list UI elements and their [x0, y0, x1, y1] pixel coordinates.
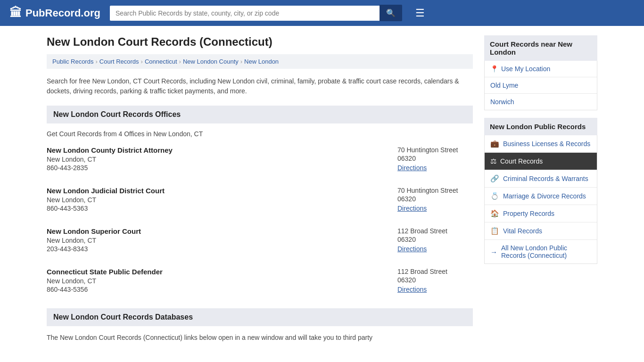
public-records-section-header: New London Public Records: [484, 118, 597, 135]
breadcrumb-court-records[interactable]: Court Records: [99, 58, 139, 65]
office-name: New London Judicial District Court: [47, 187, 369, 195]
page-title: New London Court Records (Connecticut): [47, 35, 473, 49]
link-icon: 🔗: [490, 174, 499, 183]
breadcrumb-public-records[interactable]: Public Records: [52, 58, 93, 65]
sidebar: Court Records near New London 📍 Use My L…: [484, 35, 597, 352]
sidebar-item-court[interactable]: ⚖ Court Records: [485, 153, 597, 170]
office-zip: 06320: [397, 195, 473, 203]
office-name: Connecticut State Public Defender: [47, 268, 369, 276]
sidebar-item-property[interactable]: 🏠 Property Records: [485, 205, 597, 222]
nearby-section: Court Records near New London 📍 Use My L…: [484, 35, 597, 110]
nearby-item[interactable]: Norwich: [485, 94, 597, 110]
house-icon: 🏠: [490, 209, 499, 218]
sidebar-item-marriage[interactable]: 💍 Marriage & Divorce Records: [485, 188, 597, 205]
nearby-section-header: Court Records near New London: [484, 35, 597, 61]
office-city: New London, CT: [47, 156, 369, 163]
main-content: New London Court Records (Connecticut) P…: [47, 35, 473, 352]
office-phone: 860-443-5363: [47, 205, 369, 212]
sidebar-item-business[interactable]: 💼 Business Licenses & Records: [485, 135, 597, 153]
office-phone: 860-443-2835: [47, 164, 369, 172]
breadcrumb-new-london[interactable]: New London: [244, 58, 279, 65]
sidebar-label-court: Court Records: [500, 157, 543, 165]
sidebar-label-criminal: Criminal Records & Warrants: [503, 175, 588, 182]
nearby-link-old-lyme[interactable]: Old Lyme: [485, 77, 597, 94]
menu-button[interactable]: ☰: [415, 7, 425, 19]
use-location-label: Use My Location: [501, 65, 550, 73]
sidebar-link-business[interactable]: 💼 Business Licenses & Records: [485, 135, 597, 152]
office-city: New London, CT: [47, 196, 369, 204]
nearby-list: 📍 Use My Location Old Lyme Norwich: [484, 61, 597, 110]
sidebar-label-business: Business Licenses & Records: [503, 140, 590, 148]
clipboard-icon: 📋: [490, 227, 499, 235]
sidebar-item-all[interactable]: → All New London Public Records (Connect…: [485, 240, 597, 263]
scales-icon: ⚖: [490, 157, 496, 165]
breadcrumb: Public Records › Court Records › Connect…: [47, 54, 473, 69]
office-phone: 203-443-8343: [47, 245, 369, 253]
site-logo[interactable]: 🏛 PubRecord.org: [9, 6, 100, 20]
office-card: New London Superior Court New London, CT…: [47, 227, 473, 257]
office-zip: 06320: [397, 276, 473, 284]
office-name: New London Superior Court: [47, 227, 369, 235]
ring-icon: 💍: [490, 192, 499, 200]
office-zip: 06320: [397, 155, 473, 162]
office-card: Connecticut State Public Defender New Lo…: [47, 268, 473, 298]
menu-icon: ☰: [415, 7, 425, 19]
search-button[interactable]: 🔍: [380, 5, 402, 21]
directions-link[interactable]: Directions: [397, 286, 427, 293]
breadcrumb-connecticut[interactable]: Connecticut: [145, 58, 177, 65]
office-phone: 860-443-5356: [47, 286, 369, 293]
office-city: New London, CT: [47, 277, 369, 285]
databases-section-header: New London Court Records Databases: [47, 308, 473, 326]
logo-text: PubRecord.org: [25, 7, 100, 19]
search-area: 🔍: [110, 5, 402, 21]
office-city: New London, CT: [47, 237, 369, 244]
sidebar-label-property: Property Records: [503, 210, 554, 217]
sidebar-label-marriage: Marriage & Divorce Records: [503, 192, 586, 200]
logo-icon: 🏛: [9, 6, 22, 20]
public-records-section: New London Public Records 💼 Business Lic…: [484, 118, 597, 264]
sidebar-label-vital: Vital Records: [503, 227, 542, 235]
directions-link[interactable]: Directions: [397, 205, 427, 212]
office-card: New London County District Attorney New …: [47, 146, 473, 176]
location-icon: 📍: [490, 65, 498, 73]
sidebar-link-criminal[interactable]: 🔗 Criminal Records & Warrants: [485, 170, 597, 187]
page-description: Search for free New London, CT Court Rec…: [47, 76, 473, 96]
offices-section-header: New London Court Records Offices: [47, 106, 473, 123]
sidebar-link-marriage[interactable]: 💍 Marriage & Divorce Records: [485, 188, 597, 205]
office-address: 70 Huntington Street: [397, 187, 473, 194]
sidebar-link-vital[interactable]: 📋 Vital Records: [485, 222, 597, 239]
nearby-item[interactable]: Old Lyme: [485, 77, 597, 94]
site-header: 🏛 PubRecord.org 🔍 ☰: [0, 0, 644, 26]
office-address: 112 Broad Street: [397, 268, 473, 275]
office-count: Get Court Records from 4 Offices in New …: [47, 130, 473, 138]
office-name: New London County District Attorney: [47, 146, 369, 154]
sidebar-link-property[interactable]: 🏠 Property Records: [485, 205, 597, 222]
sidebar-item-criminal[interactable]: 🔗 Criminal Records & Warrants: [485, 170, 597, 188]
use-location-item[interactable]: 📍 Use My Location: [485, 61, 597, 77]
directions-link[interactable]: Directions: [397, 245, 427, 253]
briefcase-icon: 💼: [490, 140, 499, 148]
search-icon: 🔍: [386, 9, 396, 17]
directions-link[interactable]: Directions: [397, 164, 427, 172]
sidebar-nav-list: 💼 Business Licenses & Records ⚖ Court Re…: [484, 135, 597, 264]
nearby-link-norwich[interactable]: Norwich: [485, 94, 597, 110]
search-input[interactable]: [110, 6, 380, 21]
office-zip: 06320: [397, 236, 473, 243]
sidebar-label-all: All New London Public Records (Connectic…: [501, 244, 591, 259]
arrow-icon: →: [490, 248, 497, 256]
office-card: New London Judicial District Court New L…: [47, 187, 473, 217]
sidebar-item-vital[interactable]: 📋 Vital Records: [485, 222, 597, 240]
office-address: 70 Huntington Street: [397, 146, 473, 154]
databases-description: The New London Court Records (Connecticu…: [47, 333, 473, 343]
sidebar-link-all[interactable]: → All New London Public Records (Connect…: [485, 240, 597, 263]
sidebar-link-court[interactable]: ⚖ Court Records: [485, 153, 597, 170]
office-address: 112 Broad Street: [397, 227, 473, 235]
breadcrumb-new-london-county[interactable]: New London County: [183, 58, 239, 65]
